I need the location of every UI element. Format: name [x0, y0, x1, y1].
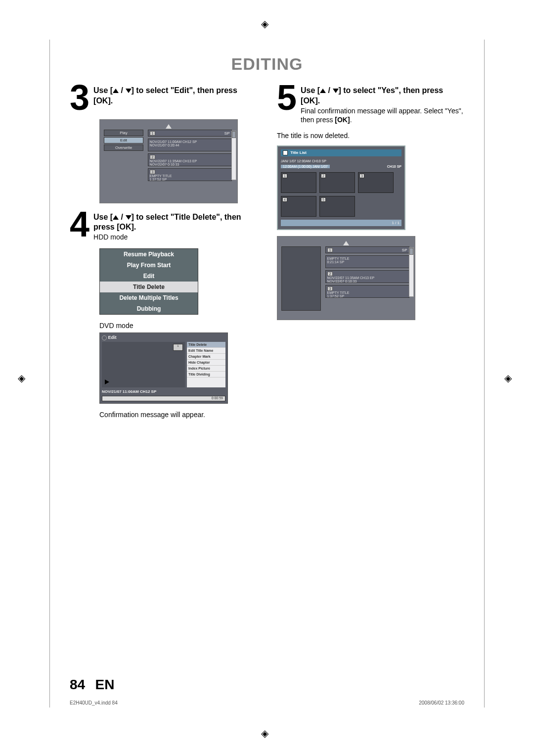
title-list: Title List JAN/ 1/07 12:00AM CH10 SP 12:…: [277, 145, 405, 230]
left-column: 3 Use [ / ] to select "Edit", then press…: [70, 84, 257, 422]
hdd-menu: Resume Playback Play From Start Edit Tit…: [99, 248, 198, 315]
step-4-sub: HDD mode: [93, 233, 257, 241]
step-4: 4 Use [ / ] to select "Title Delete", th…: [70, 210, 257, 242]
step-4-number: 4: [70, 210, 89, 242]
up-icon-2: [113, 215, 119, 220]
dvd-menu-2: Chapter Mark: [187, 354, 225, 360]
dvd-mode-caption: DVD mode: [99, 322, 257, 330]
ss3-r2n: 2: [150, 155, 156, 159]
ss3-preview: Play Edit Overwrite: [104, 130, 143, 194]
step-3-before: Use [: [93, 86, 113, 94]
ss5b-r1l1: EMPTY TITLE: [327, 257, 350, 260]
ss3-r1l1: NOV/21/07 11:00AM CH12 SP: [150, 140, 197, 143]
ss3-arrow-up: [104, 124, 233, 130]
ss3-sp: SP: [224, 131, 230, 136]
register-mark-left: ◈: [18, 372, 30, 384]
titlelist-meta-line: JAN/ 1/07 12:00AM CH10 SP: [281, 158, 401, 164]
ss3-r3l2: 1:37:52 SP: [150, 178, 167, 181]
step-4-text: Use [ / ] to select "Title Delete", then…: [93, 210, 257, 242]
ss3-tab-overwrite: Overwrite: [104, 144, 143, 151]
step-3-mid: /: [119, 86, 125, 94]
page-lang: EN: [95, 677, 115, 692]
play-icon: [105, 379, 109, 384]
ss5b-row3: 3 EMPTY TITLE 1:37:52 SP: [325, 285, 409, 298]
tl-n5: 5: [321, 197, 326, 202]
hdd-menu-item-2: Edit: [100, 271, 198, 282]
ss5b-r2n: 2: [327, 272, 333, 276]
ss5b-list: 1 SP EMPTY TITLE 0:21:14 SP 2 NOV/22/07 …: [325, 246, 409, 300]
ss5b-r3n: 3: [327, 286, 333, 291]
dvd-menu-4: Index Picture: [187, 366, 225, 372]
up-icon-3: [320, 89, 326, 93]
step-5-desc1: Final confirmation message will appear. …: [301, 107, 463, 124]
disc-icon: [102, 335, 107, 340]
ss3-scroll-handle: [232, 131, 236, 138]
step-5-before: Use [: [301, 86, 320, 94]
step-4-mid: /: [119, 213, 125, 221]
step-5-desc-bold: [OK]: [335, 116, 350, 124]
ss5b-row2: 2 NOV/22/07 11:35AM CH13 EP NOV/22/07 0:…: [325, 270, 409, 283]
dvd-info: NOV/21/07 11:00AM CH12 SP: [102, 389, 225, 394]
tl-cell-5: 5: [319, 196, 355, 217]
page-frame: EDITING 3 Use [ / ] to select "Edit", th…: [49, 40, 485, 708]
ss3-r3l1: EMPTY TITLE: [150, 174, 172, 178]
dvd-menu-1: Edit Title Name: [187, 348, 225, 354]
hdd-menu-item-0: Resume Playback: [100, 249, 198, 260]
dvd-edit-top: 1 Title Delete Edit Title Name Chapter M…: [102, 342, 225, 387]
register-mark-bottom: ◈: [261, 727, 273, 739]
tl-n4: 4: [282, 197, 287, 202]
screenshot-step3: Play Edit Overwrite 1 SP NOV/21/07 11:00…: [99, 119, 238, 203]
dvd-menu-5: Title Dividing: [187, 372, 225, 378]
ss5b-scroll-handle: [409, 248, 413, 255]
deleted-message: The title is now deleted.: [277, 131, 464, 141]
ss3-tab-edit: Edit: [104, 137, 143, 143]
step-3: 3 Use [ / ] to select "Edit", then press…: [70, 84, 257, 112]
tl-cell-2: 2: [319, 172, 355, 193]
ss3-list: 1 SP NOV/21/07 11:00AM CH12 SP NOV/21/07…: [148, 130, 232, 183]
ss5b-preview: [281, 246, 321, 311]
ss5b-header-row: 1 SP: [325, 246, 409, 253]
dvd-menu-0: Title Delete: [187, 342, 225, 348]
titlelist-bar-right: CH10 SP: [387, 165, 401, 168]
dvd-menu-3: Hide Chapter: [187, 360, 225, 366]
step-5-number: 5: [277, 84, 297, 124]
dvd-edit-header: Edit: [102, 335, 225, 340]
ss5b-r2l1: NOV/22/07 11:35AM CH13 EP: [327, 276, 375, 280]
ss3-r3n: 3: [150, 170, 156, 174]
hdd-menu-item-4: Delete Multiple Titles: [100, 292, 198, 303]
ss5b-r3l2: 1:37:52 SP: [327, 294, 345, 298]
right-column: 5 Use [ / ] to select "Yes", then press …: [277, 84, 464, 422]
step-5-desc: Final confirmation message will appear. …: [301, 106, 464, 124]
ss5b-r1l2: 0:21:14 SP: [327, 260, 345, 264]
ss3-scrollbar: [231, 131, 236, 180]
step-5-desc2: .: [350, 116, 352, 124]
dvd-edit-title: Edit: [108, 335, 117, 340]
step-3-text: Use [ / ] to select "Edit", then press […: [93, 84, 257, 112]
ss3-r1n: 1: [150, 131, 156, 136]
tl-n1: 1: [282, 174, 287, 178]
footer-left: 84 EN: [70, 677, 115, 693]
step-5: 5 Use [ / ] to select "Yes", then press …: [277, 84, 464, 124]
register-mark-right: ◈: [504, 372, 516, 384]
ss3-row2: 2 NOV/22/07 11:35AM CH13 EP NOV/22/07 0:…: [148, 153, 232, 166]
tl-cell-3: 3: [358, 172, 394, 193]
titlelist-bar-left: 12:00AM (1:00:00) JAN/ 1/07: [281, 165, 330, 168]
print-meta: E2H40UD_v4.indd 84 2008/06/02 13:36:00: [70, 700, 464, 706]
print-ts: 2008/06/02 13:36:00: [419, 700, 464, 706]
section-title: EDITING: [70, 54, 464, 74]
dvd-timebar: 0:00:59: [102, 396, 225, 401]
page-number: 84: [70, 677, 85, 692]
hdd-menu-item-5: Dubbing: [100, 303, 198, 314]
screenshot-step5b: 1 SP EMPTY TITLE 0:21:14 SP 2 NOV/22/07 …: [277, 236, 415, 320]
dvd-preview: 1: [102, 342, 185, 387]
print-file: E2H40UD_v4.indd 84: [70, 700, 118, 706]
step-5-mid: /: [326, 86, 332, 94]
hdd-icon: [283, 150, 288, 155]
ss5b-scrollbar: [409, 247, 414, 297]
content-columns: 3 Use [ / ] to select "Edit", then press…: [70, 84, 464, 422]
step-3-number: 3: [70, 84, 89, 112]
tl-n3: 3: [359, 174, 364, 178]
step-4-before: Use [: [93, 213, 113, 221]
ss3-tab-play: Play: [104, 130, 143, 136]
ss3-row3: 3 EMPTY TITLE 1:37:52 SP: [148, 168, 232, 181]
